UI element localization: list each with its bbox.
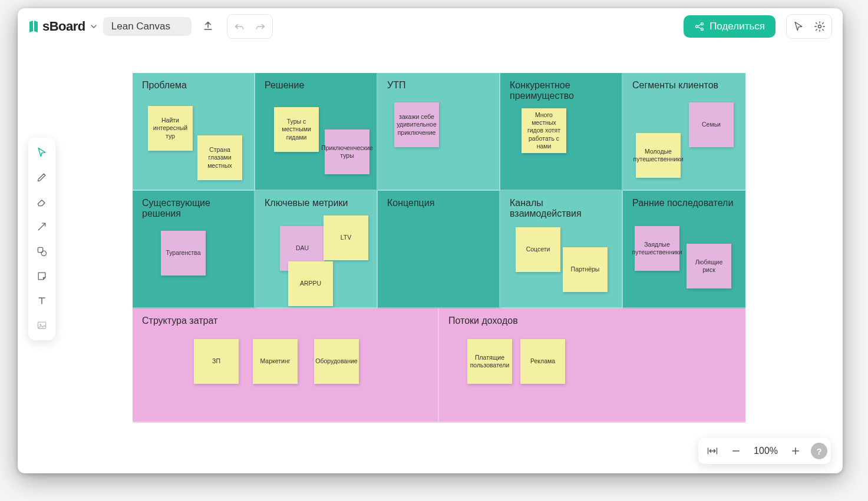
sticky-note[interactable]: Оборудование [314,339,359,384]
sticky-note[interactable]: Соцсети [516,227,560,272]
sticky-note[interactable]: Маркетинг [253,339,298,384]
shape-icon [36,245,48,257]
sticky-note[interactable]: Семьи [689,102,734,147]
undo-button[interactable] [229,16,250,37]
sticky-note[interactable]: Заядлые путешественники [635,226,679,271]
cell-channels[interactable]: Каналы взаимодействия СоцсетиПартнёры [500,191,623,308]
logo-menu[interactable]: sBoard [28,19,97,34]
cell-metrics[interactable]: Ключевые метрики DAULTVARPPU [255,191,378,308]
cell-early[interactable]: Ранние последователи Заядлые путешествен… [623,191,745,308]
text-tool[interactable] [31,290,53,312]
cursor-icon [793,21,804,32]
cell-advantage[interactable]: Конкурентное преимущество Много местных … [500,73,623,191]
pen-tool[interactable] [31,166,53,188]
cell-title: Каналы взаимодействия [510,198,612,219]
fit-icon [707,446,718,456]
text-icon [36,295,48,307]
redo-icon [255,21,266,32]
sticky-note[interactable]: LTV [324,215,368,260]
redo-button[interactable] [250,16,271,37]
side-toolbar [28,138,55,340]
cursor-mode-button[interactable] [788,16,809,37]
cell-uvp[interactable]: УТП закажи себе удивительное приключение [378,73,500,191]
undo-icon [233,21,245,32]
cell-title: Существующие решения [142,198,245,219]
board-title-input[interactable]: Lean Canvas [103,17,192,36]
sticky-note[interactable]: Страна глазами местных [197,135,242,180]
help-button[interactable]: ? [811,443,827,459]
settings-button[interactable] [809,16,830,37]
gear-icon [814,21,826,32]
arrow-icon [36,221,48,233]
arrow-tool[interactable] [31,215,53,238]
image-icon [36,320,48,331]
pencil-icon [36,171,48,183]
shape-tool[interactable] [31,240,53,263]
logo-text: sBoard [42,19,85,34]
sticky-note[interactable]: ARPPU [288,261,333,306]
lean-canvas[interactable]: Проблема Найти интересный турСтрана глаз… [133,73,745,426]
sticky-note[interactable]: Туры с местными гидами [274,107,319,152]
pointer-icon [36,147,48,158]
eraser-icon [36,196,48,208]
minus-icon [731,446,741,456]
cell-revenue[interactable]: Потоки доходов Платящие пользователиРекл… [439,308,745,423]
cell-title: Ключевые метрики [265,198,367,208]
cell-segments[interactable]: Сегменты клиентов СемьиМолодые путешеств… [623,73,745,191]
cell-title: Проблема [142,80,245,91]
cell-title: Решение [265,80,367,91]
cell-title: Сегменты клиентов [632,80,736,91]
share-button[interactable]: Поделиться [684,15,775,38]
zoom-in-button[interactable] [785,440,806,462]
select-tool[interactable] [31,141,53,164]
chevron-down-icon [90,23,97,30]
share-icon [694,21,705,32]
cell-title: Структура затрат [142,316,428,326]
upload-icon [202,21,214,32]
top-right-group [786,14,832,39]
zoom-label: 100% [749,446,783,456]
sticky-note[interactable]: Молодые путешественники [636,133,681,178]
cell-problem[interactable]: Проблема Найти интересный турСтрана глаз… [133,73,255,191]
cell-existing[interactable]: Существующие решения Турагенства [133,191,255,308]
cell-title: Ранние последователи [632,198,736,208]
sticky-note[interactable]: Приключенческие туры [325,130,369,174]
plus-icon [790,446,801,456]
svg-point-3 [819,25,821,28]
undo-redo-group [227,14,273,39]
sticky-note[interactable]: Турагенства [161,231,206,276]
app-window: sBoard Lean Canvas Поделиться [18,8,843,473]
sticky-note[interactable]: Реклама [520,339,565,384]
fit-to-screen-button[interactable] [702,440,723,462]
sticky-note[interactable]: Найти интересный тур [148,106,193,151]
sticky-note-icon [36,270,48,282]
cell-title: Конкурентное преимущество [510,80,612,101]
share-label: Поделиться [709,21,765,32]
sticky-note[interactable]: закажи себе удивительное приключение [394,102,439,147]
sticky-note[interactable]: Любящие риск [687,244,731,288]
sticky-note[interactable]: ЗП [194,339,239,384]
cell-title: УТП [387,80,490,91]
cell-solution[interactable]: Решение Туры с местными гидамиПриключенч… [255,73,378,191]
sticky-note-tool[interactable] [31,265,53,287]
sticky-note[interactable]: Много местных гидов хотят работать с нам… [522,108,566,153]
upload-button[interactable] [197,16,219,37]
cell-title: Потоки доходов [448,316,736,326]
eraser-tool[interactable] [31,191,53,213]
cell-costs[interactable]: Структура затрат ЗПМаркетингОборудование [133,308,439,423]
cell-title: Концепция [387,198,490,208]
logo-icon [28,21,39,32]
cell-concept[interactable]: Концепция [378,191,500,308]
topbar: sBoard Lean Canvas Поделиться [18,8,843,45]
sticky-note[interactable]: Платящие пользователи [467,339,512,384]
zoom-out-button[interactable] [725,440,747,462]
zoom-bar: 100% ? [698,438,831,464]
image-tool[interactable] [31,314,53,337]
sticky-note[interactable]: Партнёры [563,247,608,292]
svg-point-5 [41,251,46,256]
